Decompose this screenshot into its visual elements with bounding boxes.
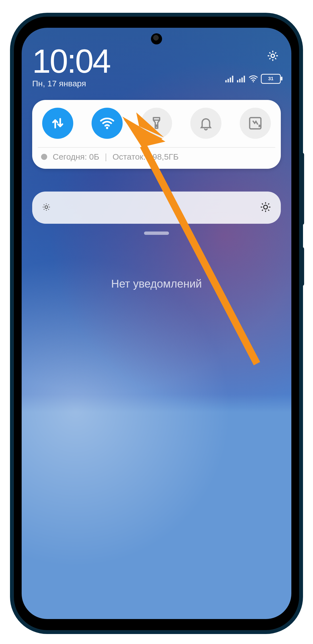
shade-drag-handle[interactable] — [144, 232, 169, 235]
phone-screen: 10:04 Пн, 17 января — [22, 28, 291, 619]
signal-sim1-icon — [225, 75, 234, 82]
data-usage-today-label: Сегодня: — [53, 152, 87, 162]
phone-bezel: 10:04 Пн, 17 января — [18, 21, 295, 626]
phone-frame: 10:04 Пн, 17 января — [14, 17, 299, 630]
battery-indicator: 31 — [261, 74, 281, 84]
brightness-slider[interactable] — [32, 192, 281, 224]
bell-icon — [198, 116, 213, 131]
svg-rect-3 — [230, 77, 231, 82]
volume-button — [300, 153, 304, 225]
svg-point-10 — [106, 127, 108, 129]
qs-wifi-toggle[interactable] — [92, 108, 123, 139]
svg-point-11 — [156, 125, 157, 127]
power-button — [300, 247, 304, 286]
signal-sim2-icon — [237, 75, 246, 82]
data-usage-remaining-label: Остаток: — [112, 152, 145, 162]
svg-point-9 — [253, 81, 254, 82]
qs-mobile-data-toggle[interactable] — [42, 108, 73, 139]
battery-percent: 31 — [268, 76, 274, 82]
brightness-high-icon — [260, 201, 271, 214]
wifi-icon — [100, 116, 115, 131]
wifi-icon — [249, 75, 258, 83]
svg-point-13 — [45, 206, 48, 208]
status-icons: 31 — [225, 74, 281, 84]
front-camera — [151, 33, 162, 44]
quick-settings-divider — [38, 147, 275, 148]
data-usage-remaining-value: 498,5ГБ — [148, 152, 179, 162]
mobile-data-icon — [50, 116, 65, 131]
data-usage-separator: | — [105, 152, 107, 162]
svg-rect-2 — [228, 79, 229, 82]
clock-time: 10:04 — [32, 44, 281, 78]
qs-flashlight-toggle[interactable] — [141, 108, 172, 139]
settings-button[interactable] — [266, 49, 279, 62]
gear-icon — [266, 49, 279, 62]
svg-point-14 — [264, 205, 267, 209]
data-usage-today-value: 0Б — [89, 152, 99, 162]
no-notifications-text: Нет уведомлений — [22, 278, 291, 290]
quick-settings-panel: Сегодня: 0Б | Остаток: 498,5ГБ — [32, 100, 281, 169]
qs-dnd-toggle[interactable] — [190, 108, 221, 139]
svg-rect-8 — [244, 76, 245, 82]
data-usage-dot-icon — [41, 154, 47, 160]
svg-point-0 — [271, 54, 274, 57]
quick-settings-row — [39, 108, 274, 139]
brightness-low-icon — [42, 202, 51, 213]
screenshot-icon — [248, 116, 263, 131]
svg-rect-6 — [239, 79, 241, 82]
data-usage-row[interactable]: Сегодня: 0Б | Остаток: 498,5ГБ — [39, 152, 274, 163]
qs-screenshot-toggle[interactable] — [240, 108, 271, 139]
status-bar: 10:04 Пн, 17 января — [32, 44, 281, 88]
svg-rect-1 — [225, 80, 227, 82]
svg-rect-5 — [237, 80, 238, 82]
svg-rect-4 — [232, 76, 233, 82]
flashlight-icon — [149, 116, 164, 131]
svg-rect-7 — [241, 77, 243, 82]
